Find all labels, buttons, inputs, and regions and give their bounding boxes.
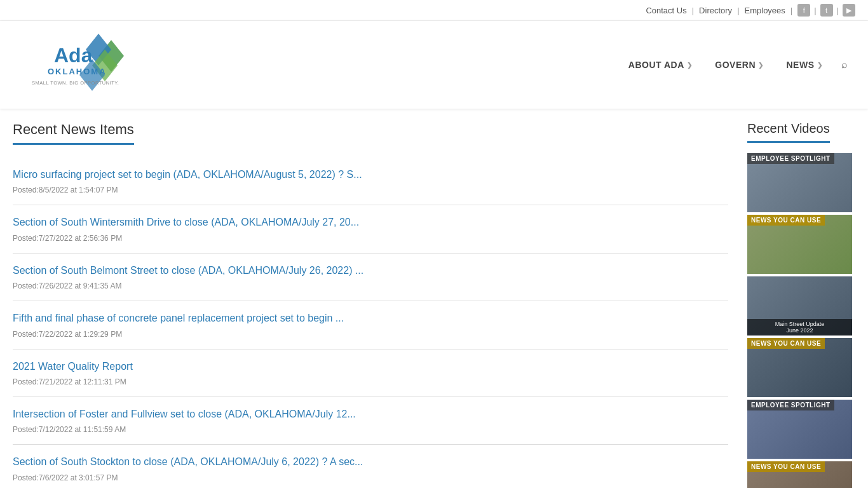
news-title-link[interactable]: Section of South Stockton to close (ADA,… bbox=[13, 455, 728, 469]
news-item: Fifth and final phase of concrete panel … bbox=[13, 301, 728, 349]
news-item: Section of South Stockton to close (ADA,… bbox=[13, 445, 728, 488]
header: Ada OKLAHOMA SMALL TOWN. BIG OPPORTUNITY… bbox=[0, 21, 868, 109]
news-item: Section of South Belmont Street to close… bbox=[13, 254, 728, 301]
sep1: | bbox=[692, 6, 694, 15]
news-item: Micro surfacing project set to begin (AD… bbox=[13, 158, 728, 205]
nav-news-label: NEWS bbox=[787, 60, 815, 70]
news-title-link[interactable]: 2021 Water Quality Report bbox=[13, 360, 728, 374]
social-icons: f | t | ▶ bbox=[797, 4, 855, 17]
news-chevron: ❯ bbox=[817, 62, 823, 69]
nav-area: ABOUT ADA ❯ GOVERN ❯ NEWS ❯ ⌕ bbox=[617, 45, 855, 85]
news-date: Posted:7/21/2022 at 12:11:31 PM bbox=[13, 377, 126, 386]
facebook-icon[interactable]: f bbox=[797, 4, 810, 17]
news-item: Section of South Wintersmith Drive to cl… bbox=[13, 205, 728, 253]
sidebar: Recent Videos Employee SpotlightNEWS YOU… bbox=[747, 121, 855, 488]
svg-text:Ada: Ada bbox=[54, 44, 93, 67]
sep3: | bbox=[790, 6, 792, 15]
nav-govern-label: GOVERN bbox=[715, 60, 756, 70]
site-logo: Ada OKLAHOMA SMALL TOWN. BIG OPPORTUNITY… bbox=[13, 27, 133, 100]
video-thumb[interactable]: Main Street UpdateJune 2022 bbox=[747, 276, 852, 336]
sep4: | bbox=[814, 6, 816, 15]
video-label: Employee Spotlight bbox=[747, 153, 834, 164]
news-title-link[interactable]: Intersection of Foster and Fullview set … bbox=[13, 407, 728, 421]
youtube-icon[interactable]: ▶ bbox=[843, 4, 855, 17]
nav-news[interactable]: NEWS ❯ bbox=[775, 46, 834, 84]
video-thumb[interactable]: EMPLOYEE SPOTLIGHT bbox=[747, 400, 852, 459]
news-title-link[interactable]: Fifth and final phase of concrete panel … bbox=[13, 311, 728, 325]
video-thumb[interactable]: NEWS YOU CAN USE bbox=[747, 215, 852, 274]
video-thumb[interactable]: NEWS YOU CAN USEMain Street Construction… bbox=[747, 461, 852, 488]
contact-us-link[interactable]: Contact Us bbox=[646, 6, 686, 15]
news-item: Intersection of Foster and Fullview set … bbox=[13, 397, 728, 445]
about-ada-chevron: ❯ bbox=[687, 62, 693, 69]
video-thumb[interactable]: NEWS YOU CAN USE bbox=[747, 338, 852, 397]
news-date: Posted:7/22/2022 at 1:29:29 PM bbox=[13, 330, 122, 339]
employees-link[interactable]: Employees bbox=[745, 6, 785, 15]
news-item: 2021 Water Quality Report Posted:7/21/20… bbox=[13, 349, 728, 397]
nav-about-ada[interactable]: ABOUT ADA ❯ bbox=[617, 46, 703, 84]
sep5: | bbox=[837, 6, 839, 15]
news-section-title: Recent News Items bbox=[13, 121, 134, 145]
video-label: EMPLOYEE SPOTLIGHT bbox=[747, 400, 834, 410]
twitter-icon[interactable]: t bbox=[820, 4, 833, 17]
govern-chevron: ❯ bbox=[758, 62, 764, 69]
main-column: Recent News Items Micro surfacing projec… bbox=[13, 121, 728, 488]
news-date: Posted:7/26/2022 at 9:41:35 AM bbox=[13, 281, 121, 290]
directory-link[interactable]: Directory bbox=[699, 6, 732, 15]
svg-text:OKLAHOMA: OKLAHOMA bbox=[48, 67, 107, 76]
video-label: NEWS YOU CAN USE bbox=[747, 461, 825, 472]
logo-wrap[interactable]: Ada OKLAHOMA SMALL TOWN. BIG OPPORTUNITY… bbox=[13, 21, 133, 109]
news-title-link[interactable]: Section of South Belmont Street to close… bbox=[13, 264, 728, 278]
page-wrap: Recent News Items Micro surfacing projec… bbox=[0, 109, 868, 488]
videos-section-title: Recent Videos bbox=[747, 121, 830, 143]
top-bar: Contact Us | Directory | Employees | f |… bbox=[0, 0, 868, 21]
news-date: Posted:7/12/2022 at 11:51:59 AM bbox=[13, 425, 126, 434]
news-date: Posted:7/6/2022 at 3:01:57 PM bbox=[13, 473, 118, 482]
search-button[interactable]: ⌕ bbox=[834, 45, 855, 85]
sep2: | bbox=[737, 6, 739, 15]
news-date: Posted:8/5/2022 at 1:54:07 PM bbox=[13, 186, 118, 194]
news-list: Micro surfacing project set to begin (AD… bbox=[13, 158, 728, 488]
video-grid: Employee SpotlightNEWS YOU CAN USEMain S… bbox=[747, 153, 855, 488]
video-label: NEWS YOU CAN USE bbox=[747, 215, 825, 226]
svg-text:SMALL TOWN. BIG OPPORTUNITY.: SMALL TOWN. BIG OPPORTUNITY. bbox=[32, 80, 119, 86]
news-title-link[interactable]: Micro surfacing project set to begin (AD… bbox=[13, 168, 728, 182]
video-thumb[interactable]: Employee Spotlight bbox=[747, 153, 852, 212]
news-date: Posted:7/27/2022 at 2:56:36 PM bbox=[13, 234, 122, 243]
video-label: NEWS YOU CAN USE bbox=[747, 338, 825, 349]
news-title-link[interactable]: Section of South Wintersmith Drive to cl… bbox=[13, 215, 728, 229]
nav-govern[interactable]: GOVERN ❯ bbox=[703, 46, 775, 84]
nav-about-ada-label: ABOUT ADA bbox=[628, 60, 684, 70]
video-inner-label: Main Street UpdateJune 2022 bbox=[747, 319, 852, 336]
